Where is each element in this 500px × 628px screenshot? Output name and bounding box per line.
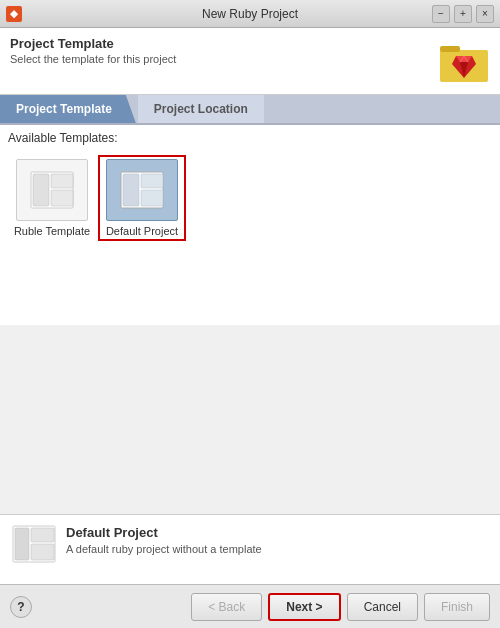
template-default-label: Default Project bbox=[106, 225, 178, 237]
svg-rect-10 bbox=[51, 190, 73, 206]
close-button[interactable]: × bbox=[476, 5, 494, 23]
svg-rect-12 bbox=[123, 174, 139, 206]
template-ruble-label: Ruble Template bbox=[14, 225, 90, 237]
bottom-bar: ? < Back Next > Cancel Finish bbox=[0, 584, 500, 628]
tabs-bar: Project Template Project Location bbox=[0, 95, 500, 125]
header-title: Project Template bbox=[10, 36, 176, 51]
back-button[interactable]: < Back bbox=[191, 593, 262, 621]
title-bar: ◆ New Ruby Project − + × bbox=[0, 0, 500, 28]
app-icon: ◆ bbox=[6, 6, 22, 22]
header-icon bbox=[438, 36, 490, 88]
header-subtitle: Select the template for this project bbox=[10, 53, 176, 65]
window-title: New Ruby Project bbox=[0, 7, 500, 21]
tab-project-location[interactable]: Project Location bbox=[138, 95, 264, 123]
svg-rect-9 bbox=[51, 174, 73, 188]
svg-rect-8 bbox=[33, 174, 49, 206]
description-panel: Default Project A default ruby project w… bbox=[0, 514, 500, 584]
svg-rect-18 bbox=[31, 544, 54, 560]
svg-rect-16 bbox=[15, 528, 29, 560]
minimize-button[interactable]: − bbox=[432, 5, 450, 23]
maximize-button[interactable]: + bbox=[454, 5, 472, 23]
svg-rect-1 bbox=[440, 46, 460, 52]
next-button[interactable]: Next > bbox=[268, 593, 340, 621]
template-ruble[interactable]: Ruble Template bbox=[12, 159, 92, 237]
svg-rect-14 bbox=[141, 190, 163, 206]
svg-rect-17 bbox=[31, 528, 54, 542]
cancel-button[interactable]: Cancel bbox=[347, 593, 418, 621]
template-ruble-icon bbox=[16, 159, 88, 221]
dialog-header: Project Template Select the template for… bbox=[0, 28, 500, 95]
desc-icon bbox=[12, 525, 56, 563]
available-templates-label: Available Templates: bbox=[8, 131, 492, 145]
desc-title: Default Project bbox=[66, 525, 262, 540]
templates-grid: Ruble Template Default Project bbox=[8, 153, 492, 243]
desc-text: Default Project A default ruby project w… bbox=[66, 525, 262, 555]
svg-rect-13 bbox=[141, 174, 163, 188]
template-area: Available Templates: Ruble Template bbox=[0, 125, 500, 325]
finish-button[interactable]: Finish bbox=[424, 593, 490, 621]
help-button[interactable]: ? bbox=[10, 596, 32, 618]
tab-project-template[interactable]: Project Template bbox=[0, 95, 136, 123]
template-default-icon bbox=[106, 159, 178, 221]
template-default[interactable]: Default Project bbox=[102, 159, 182, 237]
desc-body: A default ruby project without a templat… bbox=[66, 543, 262, 555]
